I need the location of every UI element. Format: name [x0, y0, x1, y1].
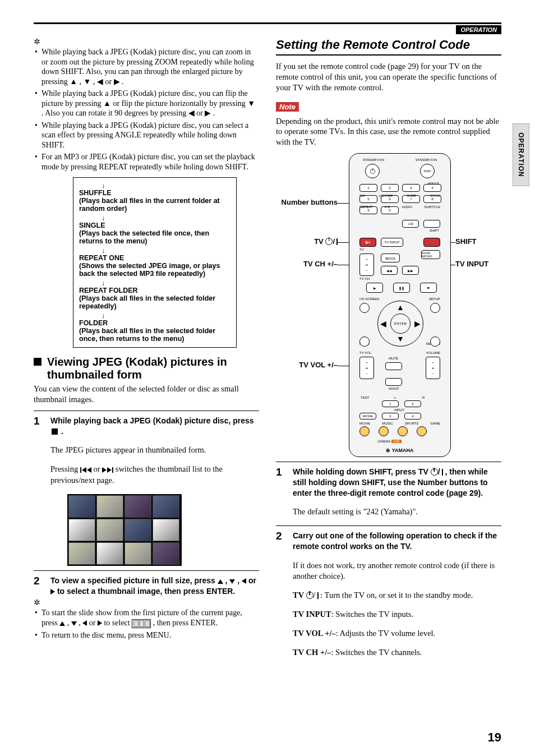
tip-item: While playing back a JPEG (Kodak) pictur… [34, 47, 259, 86]
step-sub: Pressing or switches the thumbnail list … [50, 464, 259, 486]
mode-title: SINGLE [79, 222, 230, 229]
stop-icon [52, 428, 58, 435]
section-label: OPERATION [456, 25, 501, 34]
callout-tv-power: TV [314, 237, 325, 246]
right-intro: If you set the remote control code (page… [276, 61, 501, 93]
callout-tv-ch: TV CH +/– [303, 260, 338, 268]
skip-next-icon [102, 467, 113, 473]
thumbnail-grid [67, 494, 182, 566]
mode-desc: (Plays back the selected file once, then… [79, 229, 230, 245]
power-icon [431, 468, 438, 476]
tip-item: To return to the disc menu, press MENU. [34, 630, 259, 640]
intro-text: You can view the content of the selected… [34, 384, 259, 405]
mode-title: SHUFFLE [79, 189, 230, 197]
tip-item: While playing back a JPEG (Kodak) pictur… [34, 121, 259, 150]
step-1: 1 While playing back a JPEG (Kodak) pict… [34, 416, 259, 437]
tip-item: While playing back a JPEG (Kodak) pictur… [34, 89, 259, 118]
check-line: TV VOL +/–: Adjusts the TV volume level. [293, 628, 501, 639]
hint-icon: ✲ [34, 38, 40, 46]
remote-body: STANDBY/ON STANDBY/ON DVD 1 2 3 4 5 6 7 … [349, 153, 451, 457]
note-body: Depending on the product, this unit's re… [276, 116, 501, 148]
mode-title: REPEAT ONE [79, 254, 230, 262]
right-column: Setting the Remote Control Code If you s… [276, 38, 501, 666]
right-step-2: 2 Carry out one of the following operati… [276, 531, 501, 552]
step-text: . [59, 427, 63, 436]
tip-item: For an MP3 or JPEG (Kodak) picture disc,… [34, 152, 259, 172]
mode-desc: (Plays back all files in the current fol… [79, 197, 230, 213]
step-text: Carry out one of the following operation… [293, 531, 501, 552]
down-icon [229, 579, 235, 584]
right-title: Setting the Remote Control Code [276, 38, 501, 56]
tips-list: While playing back a JPEG (Kodak) pictur… [34, 47, 259, 172]
right-step-1: 1 While holding down SHIFT, press TV / ,… [276, 467, 501, 499]
left-column: ✲ While playing back a JPEG (Kodak) pict… [34, 38, 259, 666]
power-icon [306, 592, 313, 599]
header-bar: OPERATION [34, 22, 501, 34]
tip-item: To start the slide show from the first p… [34, 608, 259, 628]
step-text: While playing back a JPEG (Kodak) pictur… [50, 416, 254, 425]
side-tab-label: OPERATION [517, 132, 525, 177]
mode-title: FOLDER [79, 319, 230, 327]
page-number: 19 [488, 730, 501, 745]
section-heading: Viewing JPEG (Kodak) pictures in thumbna… [34, 356, 259, 381]
check-line: TV / : Turn the TV on, or set it to the … [293, 590, 501, 601]
step-sub: The default setting is "242 (Yamaha)". [293, 506, 501, 518]
side-tab: OPERATION [513, 123, 529, 186]
mode-desc: (Plays back all files in the selected fo… [79, 294, 230, 310]
callout-tv-input: TV INPUT [455, 260, 488, 268]
right-icon [50, 589, 55, 594]
remote-diagram: Number buttons TV / TV CH +/– TV VOL +/– [276, 153, 501, 456]
check-line: TV INPUT: Switches the TV inputs. [293, 609, 501, 620]
mode-title: REPEAT FOLDER [79, 287, 230, 294]
step-sub: If it does not work, try another remote … [293, 560, 501, 582]
skip-prev-icon [80, 467, 91, 473]
mode-desc: (Shows the selected JPEG image, or plays… [79, 262, 230, 278]
step-sub: The JPEG pictures appear in thumbnailed … [50, 445, 259, 456]
callout-tv-vol: TV VOL +/– [299, 361, 338, 369]
callout-number-buttons: Number buttons [282, 198, 338, 206]
square-bullet-icon [34, 358, 41, 366]
power-icon [325, 238, 333, 245]
check-line: TV CH +/–: Switches the TV channels. [293, 647, 501, 658]
hint-icon: ✲ [34, 599, 40, 607]
slideshow-icon [132, 619, 151, 628]
heading-text: Viewing JPEG (Kodak) pictures in thumbna… [47, 356, 259, 381]
callout-shift: SHIFT [455, 237, 477, 246]
left-icon [242, 578, 246, 584]
mode-desc: (Plays back all files in the selected fo… [79, 327, 230, 343]
up-icon [218, 579, 223, 584]
bottom-tips: To start the slide show from the first p… [34, 608, 259, 640]
note-label: Note [276, 102, 299, 112]
step-2: 2 To view a specified picture in full si… [34, 575, 259, 597]
playback-mode-box: ↓ SHUFFLE (Plays back all files in the c… [73, 177, 237, 348]
